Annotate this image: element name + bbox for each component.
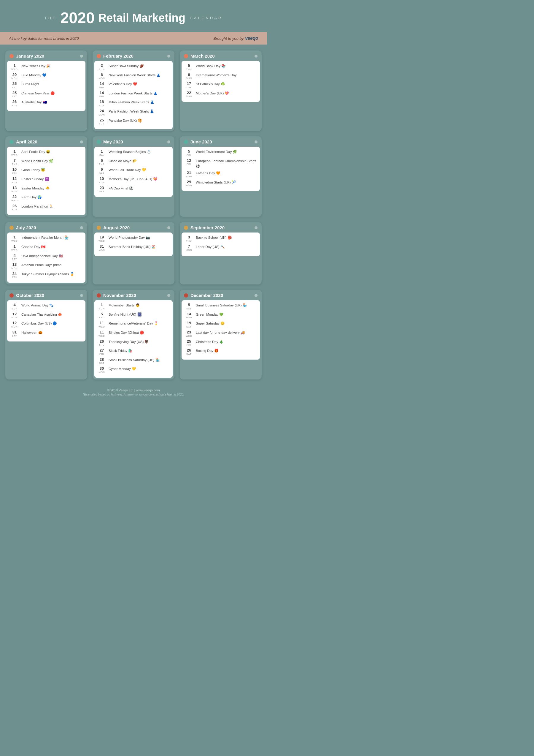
event-date-number: 9	[97, 167, 106, 172]
event-row: 12SUNEaster Sunday ✝️	[10, 176, 83, 184]
event-date-number: 26	[10, 99, 19, 104]
event-date: 14MON	[185, 312, 193, 319]
event-row: 20MONBlue Monday 💙	[10, 72, 83, 80]
event-date-number: 2	[97, 63, 106, 68]
event-date-day: WED	[10, 68, 19, 71]
event-name: Independent Retailer Month 🏪	[21, 235, 68, 240]
month-body-1: 2SUNSuper Bowl Sunday 🏈6MONNew York Fash…	[94, 61, 173, 129]
event-date: 18TUE	[97, 99, 106, 107]
event-name: Easter Sunday ✝️	[21, 176, 49, 182]
month-body-10: 1SUNMovember Starts 👨5THUBonfire Night (…	[94, 300, 173, 378]
event-row: 2SUNSuper Bowl Sunday 🏈	[97, 63, 170, 71]
event-date: 31SAT	[10, 330, 19, 337]
month-card-9: October 20204SUNWorld Animal Day 🐾12MONC…	[5, 290, 87, 380]
event-name: Movember Starts 👨	[109, 303, 140, 308]
month-corner-dot	[80, 226, 83, 229]
event-date-day: TUE	[185, 86, 193, 89]
event-row: 5FRIWorld Environment Day 🌿	[185, 149, 257, 156]
event-date: 12MON	[10, 321, 19, 328]
month-name: December 2020	[191, 293, 252, 298]
month-corner-dot	[255, 294, 258, 297]
event-name: Boxing Day 🎁	[196, 348, 218, 353]
event-date-day: SUN	[185, 77, 193, 80]
subheader-brand: Brought to you by veeqo	[213, 36, 258, 41]
event-date-day: TUE	[10, 163, 19, 165]
event-date-number: 1	[97, 149, 106, 154]
event-date-day: MON	[10, 77, 19, 80]
retail-marketing-label: Retail Marketing	[98, 12, 186, 24]
event-date: 12MON	[10, 312, 19, 319]
month-name: July 2020	[16, 225, 78, 230]
event-date-day: WED	[10, 199, 19, 202]
event-date-day: SUN	[97, 307, 106, 310]
event-row: 14MONGreen Monday 💚	[185, 312, 257, 319]
event-name: World Fair Trade Day 💛	[109, 167, 146, 173]
month-name: January 2020	[16, 53, 78, 59]
footer: © 2019 Veeqo Ltd | www.veeqo.com *Estima…	[0, 386, 267, 398]
event-name: Good Friday 😇	[21, 167, 45, 173]
event-name: Small Business Saturday (UK) 🏪	[196, 303, 247, 308]
event-date: 22WED	[10, 195, 19, 202]
event-date-number: 14	[97, 81, 106, 86]
event-date: 1SUN	[97, 303, 106, 310]
event-name: Singles Day (China) 🔴	[109, 330, 144, 335]
event-name: Canadian Thanksgiving 🍁	[21, 312, 62, 317]
event-date-number: 19	[185, 321, 193, 325]
event-name: World Environment Day 🌿	[196, 149, 237, 154]
month-corner-dot	[80, 55, 83, 58]
calendar-grid: January 20201WEDNew Year's Day 🎉20MONBlu…	[0, 44, 267, 386]
event-row: 5TUECinco de Mayo 🌮	[97, 158, 170, 166]
event-date-day: SUN	[185, 175, 193, 178]
event-date-day: SAT	[10, 86, 19, 89]
event-name: Canada Day 🇨🇦	[21, 244, 45, 250]
month-dot	[184, 54, 188, 58]
event-date-day: SAT	[97, 172, 106, 175]
event-date: 11WED	[97, 321, 106, 328]
event-row: 5SATSmall Business Saturday (UK) 🏪	[185, 303, 257, 310]
month-dot	[184, 293, 188, 298]
event-date-number: 24	[10, 271, 19, 276]
event-date-number: 1	[10, 63, 19, 68]
footer-note: *Estimated based on last year. Amazon to…	[6, 393, 261, 396]
event-date: 14FRI	[97, 81, 106, 89]
event-date-day: SAT	[185, 353, 193, 355]
event-date-number: 14	[185, 312, 193, 316]
month-corner-dot	[167, 55, 170, 58]
header: THE 2020 Retail Marketing CALENDAR	[0, 0, 267, 32]
event-date: 5THU	[185, 63, 193, 71]
event-date-day: THU	[97, 316, 106, 319]
event-name: Cinco de Mayo 🌮	[109, 158, 137, 164]
event-name: St Patrick's Day ☘️	[196, 81, 225, 87]
event-name: World Animal Day 🐾	[21, 303, 53, 308]
event-name: Black Friday 🛍️	[109, 348, 132, 353]
page: THE 2020 Retail Marketing CALENDAR All t…	[0, 0, 267, 407]
event-date-number: 17	[185, 81, 193, 86]
month-card-5: June 20205FRIWorld Environment Day 🌿12FR…	[180, 136, 262, 217]
event-date: 24FRI	[10, 271, 19, 279]
event-date-day: MON	[185, 316, 193, 319]
event-name: Remembrance/Veterans' Day 🎖️	[109, 321, 158, 326]
event-date-day: MON	[10, 325, 19, 328]
event-name: Cyber Monday 💛	[109, 366, 136, 371]
event-row: 21SUNFather's Day 🧡	[185, 171, 257, 178]
event-date: 26SAT	[185, 348, 193, 355]
event-date-day: FRI	[10, 172, 19, 175]
event-row: 19SATSuper Saturday 😊	[185, 321, 257, 328]
event-date-day: TUE	[97, 163, 106, 165]
event-row: 7TUEWorld Health Day 🌿	[10, 158, 83, 166]
event-date-number: 29	[185, 180, 193, 184]
month-header-10: November 2020	[92, 290, 174, 300]
event-date-number: 24	[97, 109, 106, 113]
event-date: 1MAY	[97, 149, 106, 156]
event-date-number: 26	[10, 204, 19, 208]
event-date: 1WED	[10, 244, 19, 252]
event-row: 25FRIChristmas Day 🎄	[185, 339, 257, 346]
event-date: 5FRI	[185, 149, 193, 156]
event-date-number: 5	[185, 303, 193, 307]
event-name: Easter Monday 🐣	[21, 186, 50, 191]
event-row: 1WEDIndependent Retailer Month 🏪	[10, 235, 83, 242]
event-date-day: MON	[97, 249, 106, 252]
event-row: 11WEDRemembrance/Veterans' Day 🎖️	[97, 321, 170, 328]
event-date-day: FRI	[97, 353, 106, 355]
event-date: 25TUE	[97, 118, 106, 125]
